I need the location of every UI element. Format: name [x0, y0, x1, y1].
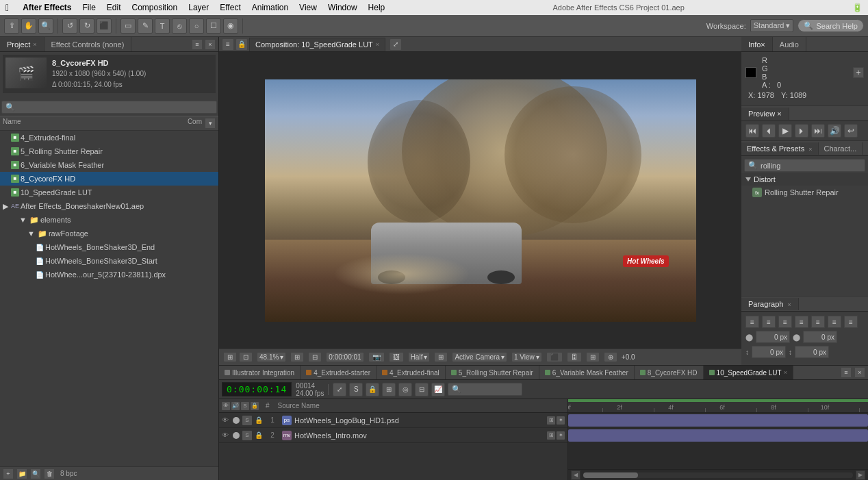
audio-1[interactable] [233, 417, 240, 424]
menu-help[interactable]: Help [368, 3, 385, 12]
prev-frame-btn[interactable]: ⏴ [762, 124, 776, 138]
tab-6-variable-mask[interactable]: 6_Variable Mask Feather [539, 365, 635, 380]
menu-view[interactable]: View [299, 3, 317, 12]
time-display[interactable]: 0:00:00:14 [222, 382, 292, 396]
justify-center-btn[interactable]: ≡ [811, 316, 825, 328]
lock-1[interactable]: 🔒 [255, 416, 263, 424]
viewer-expand-btn[interactable]: ⤢ [390, 38, 402, 51]
layer-item[interactable]: 📄 HotWheels_BoneShaker3D_Start [0, 254, 218, 268]
safe-zones-btn[interactable]: ⊡ [239, 352, 253, 362]
layer-item-selected[interactable]: ■ 8_CycoreFX HD [0, 172, 218, 186]
sort-btn[interactable]: ▾ [205, 118, 216, 129]
zoom-tool[interactable]: 🔍 [38, 18, 53, 34]
timeline-snap-btn[interactable]: ⊞ [382, 383, 396, 396]
panel-close-btn[interactable]: × [205, 39, 216, 50]
tab-4-extruded-starter[interactable]: 4_Extruded-starter [301, 365, 376, 380]
indent-right-input[interactable] [803, 331, 837, 343]
close-comp-tab[interactable]: × [376, 41, 379, 48]
close-project-tab[interactable]: × [33, 41, 36, 48]
show-snapshot-btn[interactable]: 🖼 [389, 352, 404, 362]
tab-effects-presets[interactable]: Effects & Presets × [741, 142, 819, 155]
puppet-tool[interactable]: ◉ [223, 18, 238, 34]
menu-composition[interactable]: Composition [132, 3, 178, 12]
last-frame-btn[interactable]: ⏭ [811, 124, 825, 138]
search-help-box[interactable]: 🔍 Search Help [797, 19, 864, 32]
menu-animation[interactable]: Animation [252, 3, 288, 12]
align-left-btn[interactable]: ≡ [745, 316, 759, 328]
visibility-2[interactable]: 👁 [222, 431, 230, 439]
undo-btn[interactable]: ↺ [62, 18, 77, 34]
timeline-solo-btn[interactable]: S [349, 383, 363, 396]
play-btn[interactable]: ▶ [778, 124, 792, 138]
track-clip-2[interactable] [568, 429, 868, 442]
new-item-btn[interactable]: + [3, 468, 14, 479]
panel-menu-btn[interactable]: ≡ [192, 39, 203, 50]
audio-btn[interactable]: 🔊 [828, 124, 841, 138]
timeline-search-input[interactable] [463, 386, 518, 394]
menu-file[interactable]: File [82, 3, 95, 12]
tab-8-cycoreFX[interactable]: 8_CycoreFX HD [635, 365, 704, 380]
text-tool[interactable]: T [155, 18, 170, 34]
scroll-right-btn[interactable]: ▶ [856, 470, 865, 480]
tab-effect-controls[interactable]: Effect Controls (none) [44, 37, 132, 51]
visibility-1[interactable]: 👁 [222, 416, 230, 424]
tab-preview[interactable]: Preview × [741, 108, 789, 120]
view-dropdown[interactable]: Active Camera ▾ [452, 352, 507, 362]
timeline-graph-editor-btn[interactable]: 📈 [431, 383, 445, 396]
timecode-display[interactable]: 0:00:00:01 [326, 352, 363, 362]
clone-tool[interactable]: ○ [189, 18, 204, 34]
add-info-btn[interactable]: + [853, 67, 864, 78]
eraser-tool[interactable]: ☐ [206, 18, 221, 34]
fit-btn[interactable]: ⊞ [290, 352, 304, 362]
tl-layer-row-1[interactable]: 👁 S 🔒 1 ps HotWheels_LogoBug_HD1.psd ⊞ ✦ [219, 413, 567, 428]
menu-window[interactable]: Window [328, 3, 357, 12]
layer-item[interactable]: ■ 6_Variable Mask Feather [0, 158, 218, 172]
menu-edit[interactable]: Edit [107, 3, 121, 12]
next-frame-btn[interactable]: ⏵ [795, 124, 808, 138]
scroll-thumb[interactable] [583, 472, 638, 478]
menu-effect[interactable]: Effect [220, 3, 240, 12]
toggle-panels-btn[interactable]: ⊞ [223, 352, 237, 362]
snapshot-btn[interactable]: 📷 [368, 352, 385, 362]
effects-category-distort[interactable]: Distort [741, 173, 868, 186]
timeline-search[interactable]: 🔍 [448, 383, 522, 396]
first-frame-btn[interactable]: ⏮ [745, 124, 759, 138]
close-tab-10[interactable]: × [784, 369, 787, 376]
reset-exposure-btn[interactable]: ⊕ [604, 352, 617, 362]
brush-tool[interactable]: ⎋ [172, 18, 187, 34]
apple-logo[interactable]:  [5, 2, 9, 13]
layer-item[interactable]: ▼ 📁 rawFootage [0, 227, 218, 240]
timeline-close-btn[interactable]: × [854, 367, 865, 378]
layer-item[interactable]: ▶ AE After Effects_BoneshakerNew01.aep [0, 199, 218, 213]
hand-tool[interactable]: ✋ [21, 18, 36, 34]
select-tool[interactable]: ⇧ [4, 18, 19, 34]
timeline-menu-btn[interactable]: ≡ [841, 367, 852, 378]
justify-btn[interactable]: ≡ [795, 316, 808, 328]
delete-btn[interactable]: 🗑 [44, 468, 55, 479]
align-center-btn[interactable]: ≡ [762, 316, 776, 328]
layer-item[interactable]: 📄 HotWhee...our_5(23710-23811).dpx [0, 268, 218, 281]
close-preview-tab[interactable]: × [777, 110, 781, 118]
lock-2[interactable]: 🔒 [255, 431, 263, 439]
indent-left-input[interactable] [756, 331, 790, 343]
quality-dropdown[interactable]: Half ▾ [408, 352, 431, 362]
timeline-expand-btn[interactable]: ⤢ [333, 383, 346, 396]
effects-search-input[interactable] [761, 162, 861, 170]
tab-5-rolling-shutter[interactable]: 5_Rolling Shutter Repair [446, 365, 539, 380]
layer-item[interactable]: ■ 10_SpeedGrade LUT [0, 186, 218, 199]
redo-btn[interactable]: ↻ [79, 18, 94, 34]
comp-tab[interactable]: Composition: 10_SpeedGrade LUT × [249, 38, 385, 51]
viewer-panel-menu[interactable]: ≡ [222, 38, 234, 51]
workspace-dropdown[interactable]: Standard ▾ [750, 19, 794, 32]
search-btn[interactable]: 🔍 [30, 468, 41, 479]
tab-10-speedgrade[interactable]: 10_SpeedGrade LUT × [704, 365, 793, 380]
render-btn[interactable]: ⬛ [97, 18, 112, 34]
layer-item[interactable]: ■ 4_Extruded-final [0, 131, 218, 144]
project-search-input[interactable] [18, 103, 213, 112]
render-output-btn[interactable]: ⬛ [546, 352, 563, 362]
layer-item[interactable]: ▼ 📁 elements [0, 213, 218, 227]
scroll-track[interactable] [583, 472, 853, 478]
justify-all-btn[interactable]: ≡ [844, 316, 858, 328]
timeline-lock-btn[interactable]: 🔒 [366, 383, 379, 396]
track-clip-1[interactable] [568, 414, 868, 427]
